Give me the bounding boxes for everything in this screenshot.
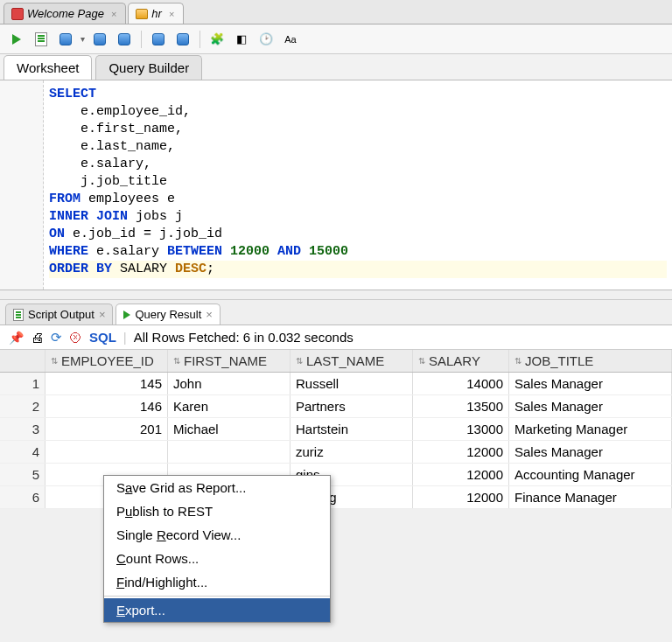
table-row[interactable]: 5gins12000Accounting Manager — [0, 464, 672, 486]
toolbar-button[interactable]: Aa — [281, 30, 300, 49]
sort-icon: ⇅ — [173, 356, 180, 366]
run-script-button[interactable] — [32, 30, 51, 49]
db-icon — [177, 33, 189, 45]
cell-last-name: Partners — [290, 395, 413, 417]
autotrace-button[interactable] — [90, 30, 109, 49]
close-icon[interactable]: × — [111, 9, 116, 19]
cell-job-title: Finance Manager — [509, 486, 672, 508]
rownum-cell: 1 — [0, 373, 46, 394]
cell-salary: 12000 — [413, 464, 509, 485]
db-icon — [94, 33, 106, 45]
rownum-cell: 4 — [0, 441, 46, 463]
separator — [104, 596, 330, 597]
cell-job-title: Sales Manager — [509, 373, 672, 394]
worksheet-toolbar: ▾ 🧩 ◧ 🕑 Aa — [0, 24, 672, 54]
cell-salary: 14000 — [413, 373, 509, 394]
results-tab-strip: Script Output × Query Result × — [0, 299, 672, 325]
explain-plan-button[interactable] — [56, 30, 75, 49]
tab-hr[interactable]: hr × — [128, 3, 184, 24]
grid-context-menu: Save Grid as Report... Publish to REST S… — [103, 475, 331, 623]
table-row[interactable]: 6enberg12000Finance Manager — [0, 486, 672, 509]
toolbar-button[interactable] — [173, 30, 192, 49]
worksheet-icon — [136, 8, 148, 20]
table-row[interactable]: 2146KarenPartners13500Sales Manager — [0, 395, 672, 418]
tab-welcome-label: Welcome Page — [27, 7, 104, 20]
worksheet-subtabs: Worksheet Query Builder — [0, 54, 672, 80]
cell-first-name — [168, 441, 290, 463]
close-icon[interactable]: × — [206, 308, 213, 321]
col-employee-id[interactable]: ⇅EMPLOYEE_ID — [46, 350, 168, 372]
oracle-icon — [11, 8, 24, 20]
toolbar-button[interactable]: 🕑 — [256, 30, 276, 49]
print-icon[interactable]: 🖨 — [31, 330, 44, 345]
pin-icon[interactable]: 📌 — [9, 331, 24, 345]
toolbar-button[interactable]: 🧩 — [207, 30, 227, 49]
ctx-save-grid[interactable]: Save Grid as Report... — [104, 476, 330, 499]
cell-first-name: Karen — [168, 395, 290, 417]
results-toolbar: 📌 🖨 ⟳ ⮾ SQL | All Rows Fetched: 6 in 0.0… — [0, 325, 672, 350]
tab-welcome[interactable]: Welcome Page × — [4, 3, 126, 24]
cell-first-name: John — [168, 373, 290, 394]
sheet-icon — [35, 32, 47, 46]
col-salary[interactable]: ⇅SALARY — [413, 350, 509, 372]
db-icon — [60, 33, 72, 45]
col-first-name[interactable]: ⇅FIRST_NAME — [168, 350, 290, 372]
cell-job-title: Sales Manager — [509, 441, 672, 463]
cell-salary: 12000 — [413, 441, 509, 463]
rownum-cell: 2 — [0, 395, 46, 417]
cell-salary: 13500 — [413, 395, 509, 417]
ctx-export[interactable]: Export... — [104, 598, 330, 622]
tab-query-result[interactable]: Query Result × — [116, 304, 220, 324]
col-job-title[interactable]: ⇅JOB_TITLE — [509, 350, 672, 372]
cell-employee-id: 146 — [46, 395, 168, 417]
play-icon — [123, 311, 130, 319]
rownum-cell: 5 — [0, 464, 46, 485]
tab-query-result-label: Query Result — [135, 308, 201, 321]
play-icon — [12, 34, 21, 45]
table-row[interactable]: 1145JohnRussell14000Sales Manager — [0, 373, 672, 395]
close-icon[interactable]: × — [169, 9, 174, 19]
clock-icon: 🕑 — [259, 32, 273, 45]
run-button[interactable] — [7, 30, 26, 49]
close-icon[interactable]: × — [99, 308, 106, 321]
sort-icon: ⇅ — [296, 356, 303, 366]
cell-last-name: Russell — [290, 373, 413, 394]
toolbar-button[interactable] — [149, 30, 168, 49]
clear-button[interactable]: ◧ — [232, 30, 251, 49]
subtab-worksheet[interactable]: Worksheet — [4, 55, 92, 80]
tab-script-output[interactable]: Script Output × — [5, 304, 113, 324]
tab-script-output-label: Script Output — [28, 308, 94, 321]
puzzle-icon: 🧩 — [210, 32, 224, 45]
cell-salary: 12000 — [413, 486, 509, 508]
cell-employee-id: 145 — [46, 373, 168, 394]
db-icon — [152, 33, 164, 45]
ctx-count-rows[interactable]: Count Rows... — [104, 547, 330, 570]
cell-first-name: Michael — [168, 418, 290, 440]
text-size-icon: Aa — [284, 34, 296, 45]
sql-link[interactable]: SQL — [89, 330, 116, 345]
rownum-cell: 6 — [0, 486, 46, 508]
editor-tab-strip: Welcome Page × hr × — [0, 0, 672, 24]
delete-icon[interactable]: ⮾ — [69, 330, 82, 345]
script-icon — [13, 309, 24, 321]
table-row[interactable]: 3201MichaelHartstein13000Marketing Manag… — [0, 418, 672, 441]
cell-last-name: zuriz — [290, 441, 413, 463]
sort-icon: ⇅ — [51, 356, 58, 366]
refresh-icon[interactable]: ⟳ — [51, 330, 62, 345]
eraser-icon: ◧ — [236, 32, 247, 45]
cell-job-title: Sales Manager — [509, 395, 672, 417]
cell-employee-id — [46, 441, 168, 463]
col-last-name[interactable]: ⇅LAST_NAME — [290, 350, 413, 372]
sql-editor[interactable]: SELECT e.employee_id, e.first_name, e.la… — [44, 80, 672, 290]
commit-button[interactable] — [115, 30, 134, 49]
dropdown-arrow-icon[interactable]: ▾ — [80, 34, 85, 44]
cell-last-name: Hartstein — [290, 418, 413, 440]
ctx-single-record[interactable]: Single Record View... — [104, 523, 330, 547]
subtab-querybuilder[interactable]: Query Builder — [95, 55, 202, 80]
results-grid: ⇅EMPLOYEE_ID ⇅FIRST_NAME ⇅LAST_NAME ⇅SAL… — [0, 350, 672, 509]
rownum-header — [0, 350, 46, 372]
ctx-publish-rest[interactable]: Publish to REST — [104, 499, 330, 523]
ctx-find-highlight[interactable]: Find/Highlight... — [104, 570, 330, 594]
table-row[interactable]: 4zuriz12000Sales Manager — [0, 441, 672, 464]
cell-job-title: Accounting Manager — [509, 464, 672, 485]
